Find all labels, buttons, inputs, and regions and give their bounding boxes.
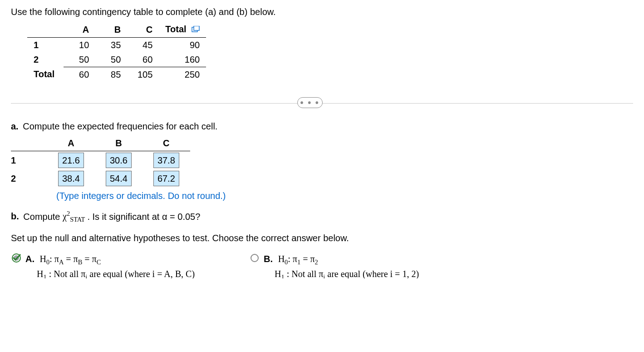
table-row: 2 50 50 60 160 xyxy=(27,52,206,67)
expected-table: A B C 1 21.6 30.6 37.8 2 38.4 54.4 67.2 xyxy=(11,135,190,188)
table-row: 1 21.6 30.6 37.8 xyxy=(11,151,190,169)
table-corner xyxy=(11,135,47,151)
cell: 50 xyxy=(95,52,127,67)
cell: 60 xyxy=(127,52,159,67)
cell: 35 xyxy=(95,37,127,52)
row-label-2: 2 xyxy=(27,52,64,67)
col-header-b: B xyxy=(95,135,143,151)
col-header-a: A xyxy=(47,135,95,151)
cell: 85 xyxy=(95,67,127,82)
table-row: 2 38.4 54.4 67.2 xyxy=(11,169,190,188)
col-header-c: C xyxy=(143,135,190,151)
part-b-suffix: . Is it significant at α = 0.05? xyxy=(87,211,200,221)
choice-a[interactable]: A. H0: πA = πB = πC A. H1 : Not all πi a… xyxy=(11,253,195,278)
svg-rect-1 xyxy=(194,26,199,30)
cell: 105 xyxy=(127,67,159,82)
choice-b-h1: H1 : Not all πi are equal (where i = 1, … xyxy=(275,269,419,278)
table-row: 1 10 35 45 90 xyxy=(27,37,206,52)
answer-input[interactable]: 37.8 xyxy=(153,153,179,168)
choice-letter: A. xyxy=(25,254,34,264)
section-divider: • • • xyxy=(11,103,633,104)
choice-b-marker[interactable] xyxy=(249,253,260,263)
part-b: b. Compute χ2STAT . Is it significant at… xyxy=(11,209,633,224)
question-prompt: Use the following contingency table to c… xyxy=(11,5,633,18)
cell: 250 xyxy=(159,67,206,82)
choice-b-h0: H0: π1 = π2 xyxy=(278,254,318,264)
answer-input[interactable]: 38.4 xyxy=(58,171,84,186)
checkmark-icon xyxy=(12,253,21,263)
part-b-prefix: Compute xyxy=(23,211,63,221)
answer-input[interactable]: 54.4 xyxy=(106,171,132,186)
expand-button[interactable]: • • • xyxy=(297,97,323,108)
contingency-table-wrap: A B C Total 1 10 35 45 90 2 50 50 60 160… xyxy=(27,22,206,82)
cell: 160 xyxy=(159,52,206,67)
contingency-table: A B C Total 1 10 35 45 90 2 50 50 60 160… xyxy=(27,22,206,82)
table-total-row: Total 60 85 105 250 xyxy=(27,67,206,82)
cell: 50 xyxy=(64,52,95,67)
part-b-label: b. xyxy=(11,211,19,221)
table-corner xyxy=(27,22,64,37)
row-label-2: 2 xyxy=(11,169,47,188)
col-header-b: B xyxy=(95,22,127,37)
cell: 60 xyxy=(64,67,95,82)
choice-a-h1: H1 : Not all πi are equal (where i = A, … xyxy=(37,269,195,278)
cell: 45 xyxy=(127,37,159,52)
col-header-total: Total xyxy=(159,22,206,37)
choice-a-marker[interactable] xyxy=(11,253,22,263)
col-header-a: A xyxy=(64,22,95,37)
choice-b[interactable]: B. H0: π1 = π2 B. H1 : Not all πi are eq… xyxy=(249,253,419,278)
part-a-label: a. xyxy=(11,121,19,131)
cell: 10 xyxy=(64,37,95,52)
part-b-subprompt: Set up the null and alternative hypothes… xyxy=(11,232,633,244)
choice-letter: B. xyxy=(264,254,273,264)
row-label-1: 1 xyxy=(27,37,64,52)
col-header-c: C xyxy=(127,22,159,37)
choice-a-h0: H0: πA = πB = πC xyxy=(40,254,101,264)
answer-input[interactable]: 67.2 xyxy=(153,171,179,186)
radio-icon xyxy=(251,254,259,262)
answer-input[interactable]: 30.6 xyxy=(106,153,132,168)
row-label-1: 1 xyxy=(11,151,47,169)
chi-stat-symbol: χ2STAT xyxy=(63,211,87,221)
row-label-total: Total xyxy=(27,67,64,82)
choices-row: A. H0: πA = πB = πC A. H1 : Not all πi a… xyxy=(11,253,633,278)
part-a-text: Compute the expected frequencies for eac… xyxy=(23,121,217,131)
part-a: a. Compute the expected frequencies for … xyxy=(11,120,633,202)
part-a-hint: (Type integers or decimals. Do not round… xyxy=(56,189,633,202)
cell: 90 xyxy=(159,37,206,52)
popup-icon[interactable] xyxy=(192,24,200,36)
answer-input[interactable]: 21.6 xyxy=(58,153,84,168)
